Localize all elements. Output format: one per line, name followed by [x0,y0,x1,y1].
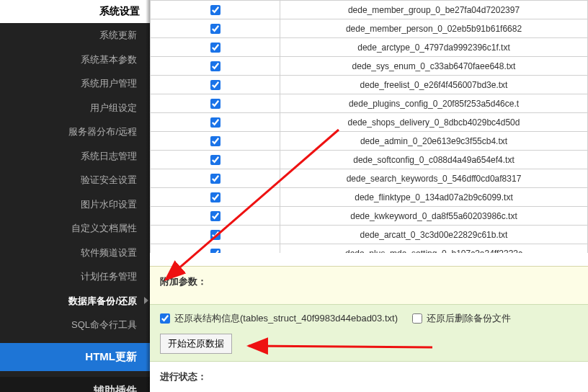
file-name-cell: dede_arctype_0_4797da9992396c1f.txt [280,38,588,57]
sidebar-item-2[interactable]: 系统用户管理 [0,71,150,96]
file-checkbox[interactable] [210,61,220,71]
extra-params-title: 附加参数： [160,275,578,288]
file-name-cell: dede_shops_delivery_0_8dbcb4029bc4d50d [280,113,588,132]
file-checkbox[interactable] [210,192,220,202]
restore-structure-checkbox[interactable] [160,313,170,324]
sidebar-item-11[interactable]: 数据库备份/还原 [0,289,150,313]
delete-after-restore-label: 还原后删除备份文件 [427,312,511,325]
sidebar-item-10[interactable]: 计划任务管理 [0,264,150,289]
sidebar: 系统设置 系统更新系统基本参数系统用户管理用户组设定服务器分布/远程系统日志管理… [0,0,150,392]
table-row: dede_member_group_0_be27fa04d7202397 [151,1,588,19]
sidebar-item-12[interactable]: SQL命令行工具 [0,313,150,337]
sidebar-section-title: 系统设置 [0,0,150,23]
table-row: dede_admin_0_20e613e9c3f55cb4.txt [151,132,588,151]
file-checkbox[interactable] [210,249,220,253]
file-checkbox[interactable] [210,99,220,109]
file-name-cell: dede_plugins_config_0_20f85f253a5d46ce.t [280,94,588,113]
file-name-cell: dede_admin_0_20e613e9c3f55cb4.txt [280,132,588,151]
table-row: dede_sys_enum_0_c33ab6470faee648.txt [151,57,588,76]
table-row: dede_search_keywords_0_546dff0cd0af8317 [151,169,588,188]
table-row: dede_plugins_config_0_20f85f253a5d46ce.t [151,94,588,113]
sidebar-item-5[interactable]: 系统日志管理 [0,144,150,169]
file-checkbox[interactable] [210,5,220,15]
file-name-cell: dede_member_person_0_02eb5b91b61f6682 [280,19,588,38]
table-row: dede_softconfig_0_c088d4a49a654ef4.txt [151,151,588,169]
file-checkbox[interactable] [210,43,220,53]
table-row: dede_kwkeyword_0_da8f55a60203986c.txt [151,207,588,226]
sidebar-item-6[interactable]: 验证安全设置 [0,168,150,192]
delete-after-restore-checkbox[interactable] [412,313,422,324]
file-checkbox[interactable] [210,80,220,90]
file-name-cell: dede_sys_enum_0_c33ab6470faee648.txt [280,57,588,76]
file-name-cell: dede_search_keywords_0_546dff0cd0af8317 [280,169,588,188]
table-row: dede_plus_mda_setting_0_b107c3a34ff2333c [151,244,588,254]
sidebar-item-4[interactable]: 服务器分布/远程 [0,120,150,144]
file-checkbox[interactable] [210,155,220,165]
backup-file-table: dede_member_group_0_be27fa04d7202397dede… [150,0,588,253]
file-checkbox[interactable] [210,211,220,221]
file-name-cell: dede_plus_mda_setting_0_b107c3a34ff2333c [280,244,588,254]
sidebar-section-1[interactable]: 辅助插件 [0,377,150,393]
table-row: dede_shops_delivery_0_8dbcb4029bc4d50d [151,113,588,132]
sidebar-item-1[interactable]: 系统基本参数 [0,48,150,72]
file-checkbox[interactable] [210,136,220,146]
sidebar-section-0[interactable]: HTML更新 [0,343,150,371]
table-row: dede_member_person_0_02eb5b91b61f6682 [151,19,588,38]
sidebar-item-3[interactable]: 用户组设定 [0,96,150,120]
restore-structure-label: 还原表结构信息(tables_struct_40f9983d44ebad03.t… [174,312,398,325]
table-row: dede_arctype_0_4797da9992396c1f.txt [151,38,588,57]
start-restore-button[interactable]: 开始还原数据 [160,334,232,354]
file-checkbox[interactable] [210,230,220,240]
status-title: 进行状态： [150,362,588,392]
table-row: dede_flinktype_0_134ad07a2b9c6099.txt [151,188,588,207]
file-name-cell: dede_freelist_0_e26f4f456007bd3e.txt [280,76,588,94]
file-checkbox[interactable] [210,174,220,184]
extra-params-panel: 附加参数： [150,266,588,304]
main-panel: dede_member_group_0_be27fa04d7202397dede… [150,0,588,392]
file-name-cell: dede_member_group_0_be27fa04d7202397 [280,1,588,19]
sidebar-item-9[interactable]: 软件频道设置 [0,241,150,265]
table-row: dede_arcatt_0_3c3d00e22829c61b.txt [151,226,588,244]
file-checkbox[interactable] [210,117,220,128]
sidebar-item-7[interactable]: 图片水印设置 [0,192,150,217]
sidebar-item-8[interactable]: 自定义文档属性 [0,216,150,241]
file-checkbox[interactable] [210,24,220,34]
action-panel: 还原表结构信息(tables_struct_40f9983d44ebad03.t… [150,304,588,362]
file-name-cell: dede_kwkeyword_0_da8f55a60203986c.txt [280,207,588,226]
sidebar-item-0[interactable]: 系统更新 [0,23,150,48]
file-name-cell: dede_softconfig_0_c088d4a49a654ef4.txt [280,151,588,169]
file-name-cell: dede_arcatt_0_3c3d00e22829c61b.txt [280,226,588,244]
table-row: dede_freelist_0_e26f4f456007bd3e.txt [151,76,588,94]
file-name-cell: dede_flinktype_0_134ad07a2b9c6099.txt [280,188,588,207]
